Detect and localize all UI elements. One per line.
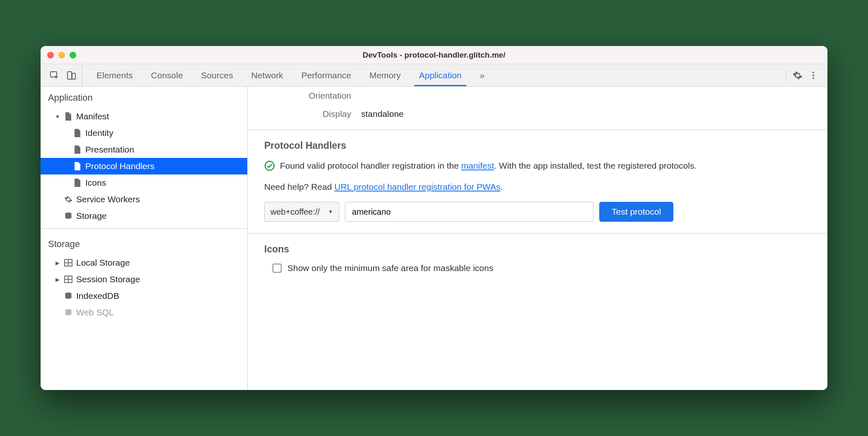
file-icon [73,162,82,171]
svg-rect-9 [69,260,72,262]
sidebar-item-label: Web SQL [76,308,114,317]
svg-rect-2 [72,73,75,79]
sidebar-item-session-storage[interactable]: ▶ Session Storage [41,271,247,288]
titlebar: DevTools - protocol-handler.glitch.me/ [41,46,827,64]
sidebar-item-presentation[interactable]: Presentation [41,141,247,158]
chevron-right-icon: ▶ [55,276,60,283]
sidebar-item-label: Identity [85,128,113,138]
sidebar-item-label: Service Workers [76,194,140,204]
device-toolbar-icon[interactable] [64,68,79,83]
protocol-path-input[interactable] [345,202,593,222]
manifest-display-row: Display standalone [248,105,827,130]
check-circle-icon [264,160,275,174]
svg-rect-11 [69,263,72,266]
table-icon [64,258,73,267]
sidebar-item-storage[interactable]: Storage [41,208,247,224]
protocol-handlers-panel: Protocol Handlers Found valid protocol h… [248,130,827,233]
file-icon [64,112,73,121]
minimize-window-button[interactable] [58,52,65,58]
maskable-safe-area-row: Show only the minimum safe area for mask… [264,263,811,273]
svg-rect-16 [69,280,72,282]
sidebar-item-local-storage[interactable]: ▶ Local Storage [41,254,247,271]
application-sidebar: Application ▼ Manifest Identity Presenta… [41,87,248,390]
sidebar-item-label: Storage [76,211,107,221]
chevron-right-icon: ▶ [55,260,60,266]
devtools-window: DevTools - protocol-handler.glitch.me/ E… [41,46,827,390]
sidebar-item-identity[interactable]: Identity [41,125,247,141]
tab-network[interactable]: Network [242,64,292,86]
protocol-handler-help: Need help? Read URL protocol handler reg… [264,182,811,192]
gear-icon [64,195,73,204]
svg-point-5 [813,78,814,79]
test-protocol-button[interactable]: Test protocol [599,202,673,222]
panel-tabs: Elements Console Sources Network Perform… [87,64,494,86]
test-protocol-form: web+coffee:// ▼ Test protocol [264,202,811,222]
icons-panel: Icons Show only the minimum safe area fo… [248,234,827,285]
tab-console[interactable]: Console [142,64,192,86]
sidebar-item-label: IndexedDB [76,291,119,301]
display-label: Display [264,109,351,119]
svg-point-3 [813,72,814,73]
divider [786,70,786,81]
traffic-lights [47,52,76,58]
svg-rect-10 [65,263,68,266]
sidebar-section-application: Application [41,87,247,108]
sidebar-item-label: Manifest [76,111,109,121]
protocol-handler-status: Found valid protocol handler registratio… [264,160,811,174]
protocol-select[interactable]: web+coffee:// ▼ [264,202,339,222]
icons-title: Icons [264,244,811,255]
file-icon [73,178,82,187]
help-link[interactable]: URL protocol handler registration for PW… [334,182,500,191]
tab-memory[interactable]: Memory [360,64,410,86]
svg-rect-14 [69,276,72,279]
sidebar-item-label: Local Storage [76,258,130,268]
display-value: standalone [361,109,404,119]
chevron-down-icon: ▼ [55,114,60,120]
protocol-handlers-title: Protocol Handlers [264,140,811,151]
svg-rect-13 [65,276,68,279]
database-icon [64,308,73,317]
chevron-down-icon: ▼ [328,209,333,215]
maximize-window-button[interactable] [70,52,76,58]
tab-application[interactable]: Application [410,64,471,86]
sidebar-item-label: Presentation [85,145,134,155]
sidebar-item-label: Session Storage [76,274,140,284]
svg-rect-8 [65,260,68,262]
sidebar-item-protocol-handlers[interactable]: Protocol Handlers [41,158,247,174]
more-menu-icon[interactable] [806,68,821,83]
tabbar-left-tools [44,64,82,86]
file-icon [73,145,82,154]
chevron-double-right-icon: » [480,70,485,80]
sidebar-item-icons[interactable]: Icons [41,174,247,191]
maskable-safe-area-label: Show only the minimum safe area for mask… [287,263,493,273]
tab-overflow[interactable]: » [470,64,494,86]
svg-rect-15 [65,280,68,282]
divider [41,228,247,229]
main-panel: Orientation Display standalone Protocol … [248,87,827,390]
inspect-element-icon[interactable] [47,68,62,83]
svg-rect-1 [68,72,72,79]
sidebar-item-label: Protocol Handlers [85,161,154,171]
settings-gear-icon[interactable] [790,68,805,83]
database-icon [64,291,73,300]
database-icon [64,211,73,220]
orientation-label: Orientation [264,91,351,101]
sidebar-item-manifest[interactable]: ▼ Manifest [41,108,247,125]
sidebar-section-storage: Storage [41,233,247,254]
close-window-button[interactable] [47,52,54,58]
manifest-orientation-row: Orientation [248,87,827,105]
maskable-safe-area-checkbox[interactable] [272,264,282,273]
tab-elements[interactable]: Elements [87,64,142,86]
tab-sources[interactable]: Sources [192,64,242,86]
devtools-tabbar: Elements Console Sources Network Perform… [41,64,827,87]
svg-point-4 [813,75,814,76]
sidebar-item-service-workers[interactable]: Service Workers [41,191,247,208]
sidebar-item-indexeddb[interactable]: IndexedDB [41,288,247,304]
tab-performance[interactable]: Performance [292,64,360,86]
status-text: Found valid protocol handler registratio… [280,160,697,172]
sidebar-item-websql[interactable]: Web SQL [41,304,247,321]
window-title: DevTools - protocol-handler.glitch.me/ [41,51,827,60]
tabbar-right [782,64,824,86]
manifest-link[interactable]: manifest [461,161,494,170]
sidebar-item-label: Icons [85,178,106,188]
